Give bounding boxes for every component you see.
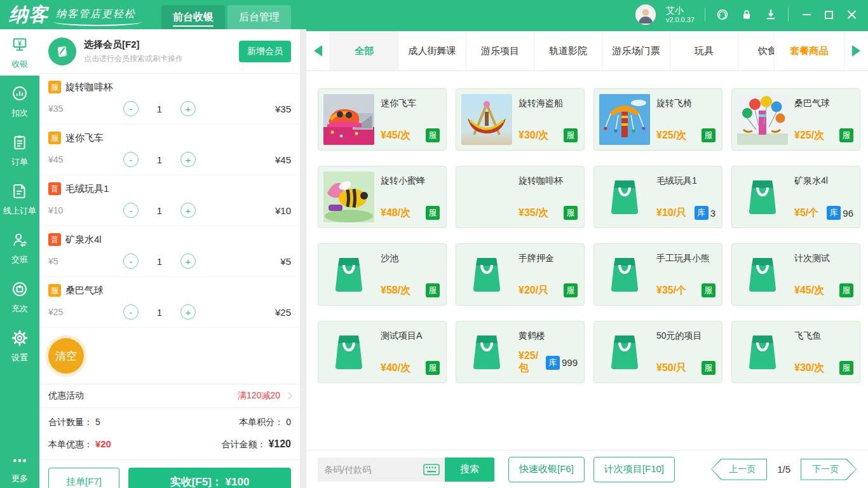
qty-plus-button[interactable]: + (180, 152, 196, 167)
keyboard-icon[interactable] (423, 464, 440, 475)
top-tab-inactive[interactable]: 后台管理 (227, 5, 291, 29)
member-select-row[interactable]: 选择会员[F2] 点击进行会员搜索或刷卡操作 新增会员 (39, 29, 300, 74)
category-next-arrow[interactable] (844, 31, 868, 71)
avatar[interactable] (635, 4, 656, 25)
product-card[interactable]: 沙池 ¥58/次 服 (318, 243, 447, 306)
cart-item-total: ¥5 (280, 256, 291, 267)
product-price: ¥25/次 (794, 129, 824, 142)
category-tab[interactable]: 游乐项目 (466, 31, 534, 71)
product-card[interactable]: 矿泉水4l ¥5/个 库96 (731, 166, 860, 228)
cart-item-unit-price: ¥5 (48, 256, 123, 266)
top-tab-active[interactable]: 前台收银 (161, 5, 225, 29)
close-icon[interactable] (847, 10, 857, 20)
user-name: 艾小 (666, 5, 695, 16)
category-tab[interactable]: 全部 (330, 31, 398, 71)
product-name: 桑巴气球 (794, 98, 853, 109)
count-item-button[interactable]: 计次项目[F10] (593, 457, 675, 482)
qty-plus-button[interactable]: + (180, 101, 196, 116)
category-tab[interactable]: 成人街舞课 (398, 31, 466, 71)
prev-page-button[interactable]: 上一页 (711, 459, 767, 480)
minimize-icon[interactable] (803, 14, 811, 15)
quick-cashier-button[interactable]: 快速收银[F6] (508, 457, 585, 482)
arrow-left-icon (314, 45, 322, 57)
sidebar-item-recharge[interactable]: 充次 (0, 274, 39, 320)
category-tab[interactable]: 游乐场门票 (602, 31, 670, 71)
bottom-bar: 搜索 快速收银[F6] 计次项目[F10] 上一页 1/5 下一页 (306, 450, 868, 488)
stock-info: 库999 (546, 356, 578, 370)
add-member-button[interactable]: 新增会员 (239, 41, 291, 62)
sidebar-item-orders[interactable]: 订单 (0, 127, 39, 173)
product-foot: ¥58/次 服 (381, 283, 440, 297)
cart-item-unit-price: ¥35 (48, 104, 123, 114)
category-tab-label: 游乐场门票 (613, 45, 660, 57)
product-card[interactable]: 旋转咖啡杯 ¥35/次 服 (456, 166, 585, 228)
sidebar-item-label: 收银 (11, 58, 28, 70)
product-card[interactable]: 旋转海盗船 ¥30/次 服 (456, 88, 585, 151)
sidebar-item-cashier[interactable]: ¥ 收银 (0, 29, 39, 76)
hold-order-button[interactable]: 挂单[F7] (48, 468, 119, 488)
cart-item-qty: 1 (139, 205, 180, 216)
sidebar-item-label: 扣次 (11, 107, 28, 119)
category-tab[interactable]: 轨道影院 (534, 31, 602, 71)
category-tab[interactable]: 套餐商品 (774, 31, 844, 71)
cart-item-name: 矿泉水4l (65, 234, 102, 246)
sidebar-item-settings[interactable]: 设置 (0, 323, 39, 369)
checkout-button[interactable]: 实收[F5]： ¥100 (128, 468, 291, 488)
cart-item-total: ¥25 (275, 307, 291, 318)
product-card[interactable]: 计次测试 ¥45/次 服 (731, 243, 860, 306)
product-price: ¥10/只 (656, 207, 686, 220)
qty-minus-button[interactable]: - (123, 304, 139, 320)
product-price: ¥35/个 (656, 284, 686, 297)
promo-label: 优惠活动 (48, 390, 84, 402)
product-card[interactable]: 50元的项目 ¥50/只 服 (593, 321, 722, 383)
product-foot: ¥25/次 服 (794, 128, 853, 142)
product-price: ¥5/个 (794, 207, 818, 220)
cart-item-unit-price: ¥10 (48, 205, 123, 215)
product-card[interactable]: 迷你飞车 ¥45/次 服 (318, 88, 447, 151)
qty-minus-button[interactable]: - (123, 101, 139, 116)
product-card[interactable]: 测试项目A ¥40/次 服 (318, 321, 447, 383)
sidebar-item-shift[interactable]: 交班 (0, 225, 39, 271)
support-icon[interactable] (715, 8, 729, 22)
sidebar-item-more[interactable]: 更多 (0, 449, 39, 488)
product-foot: ¥35/次 服 (519, 206, 578, 220)
clear-cart-button[interactable]: 清空 (48, 338, 84, 374)
category-tab[interactable]: 玩具 (670, 31, 738, 71)
sidebar-item-deduct[interactable]: 扣次 (0, 78, 39, 125)
product-card[interactable]: 手牌押金 ¥20/只 服 (456, 243, 585, 306)
app-version: v2.0.0.37 (666, 16, 695, 24)
product-card[interactable]: 桑巴气球 ¥25/次 服 (731, 88, 860, 151)
product-image (599, 94, 650, 145)
search-button[interactable]: 搜索 (445, 458, 494, 482)
qty-plus-button[interactable]: + (180, 254, 196, 269)
discount-value: ¥20 (95, 438, 111, 449)
maximize-icon[interactable] (825, 11, 833, 19)
recharge-icon (11, 280, 29, 300)
qty-minus-button[interactable]: - (123, 152, 139, 167)
product-card[interactable]: 旋转小蜜蜂 ¥48/次 服 (318, 166, 447, 228)
product-card[interactable]: 飞飞鱼 ¥30/次 服 (731, 321, 860, 383)
product-foot: ¥50/只 服 (656, 361, 715, 375)
product-card[interactable]: 黄鹤楼 ¥25/包 库999 (456, 321, 585, 383)
product-card[interactable]: 毛绒玩具1 ¥10/只 库3 (593, 166, 722, 228)
product-price: ¥30/次 (519, 129, 548, 142)
qty-plus-button[interactable]: + (180, 203, 196, 218)
promo-row[interactable]: 优惠活动 满120减20 (39, 384, 300, 408)
qty-minus-button[interactable]: - (123, 254, 139, 269)
discount-label: 本单优惠： (48, 439, 93, 449)
qty-plus-button[interactable]: + (180, 304, 196, 320)
category-tab-label: 全部 (355, 45, 374, 57)
sidebar-item-online-orders[interactable]: 线上订单 (0, 176, 39, 222)
stock-info: 库3 (695, 206, 715, 220)
category-tab-label: 游乐项目 (481, 45, 519, 57)
product-card[interactable]: 手工玩具小熊 ¥35/个 服 (593, 243, 722, 306)
product-card[interactable]: 旋转飞椅 ¥25/次 服 (593, 88, 722, 151)
next-page-button[interactable]: 下一页 (801, 459, 857, 480)
service-badge: 服 (702, 128, 715, 142)
clear-row: 清空 (39, 328, 300, 384)
product-name: 计次测试 (794, 253, 853, 264)
category-prev-arrow[interactable] (306, 31, 330, 71)
download-icon[interactable] (764, 8, 778, 22)
qty-minus-button[interactable]: - (123, 203, 139, 218)
lock-icon[interactable] (740, 8, 754, 22)
